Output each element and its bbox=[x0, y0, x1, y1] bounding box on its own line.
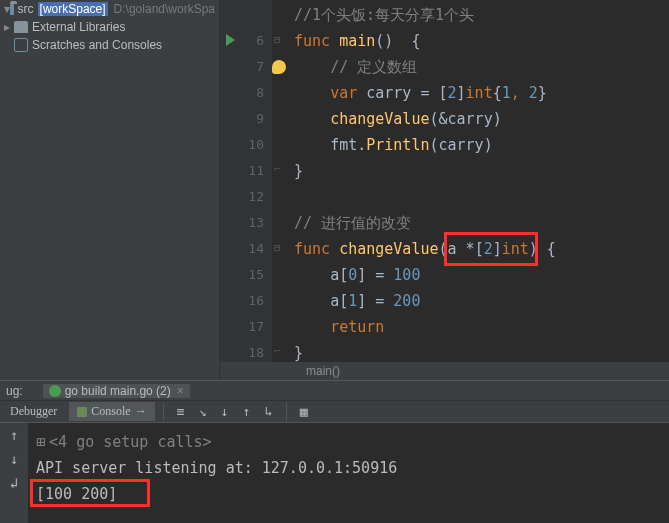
library-icon bbox=[14, 21, 28, 33]
line-number: 15 bbox=[220, 262, 272, 288]
project-tool-window[interactable]: ▾ src [workSpace] D:\goland\workSpa ▸ Ex… bbox=[0, 0, 220, 380]
step-into-icon[interactable]: ↘ bbox=[194, 403, 212, 421]
line-number: 8 bbox=[220, 80, 272, 106]
separator bbox=[163, 403, 164, 421]
editor[interactable]: 6 7 8 9 10 11 12 13 14 15 16 17 18 ⊟ ⌐ ⊟… bbox=[220, 0, 669, 380]
line-number: 7 bbox=[220, 54, 272, 80]
code-line: } bbox=[294, 158, 669, 184]
debug-subtabs: Debugger Console → ≡ ↘ ↓ ↑ ↳ ▦ bbox=[0, 401, 669, 423]
code-area[interactable]: //1个头饭:每天分享1个头 func main() { // 定义数组 var… bbox=[294, 0, 669, 380]
step-force-into-icon[interactable]: ↓ bbox=[216, 403, 234, 421]
console-body: ↑ ↓ ↲ ⊞<4 go setup calls> API server lis… bbox=[0, 423, 669, 523]
editor-margin: ⊟ ⌐ ⊟ ⌐ bbox=[272, 0, 294, 380]
tab-console[interactable]: Console → bbox=[69, 402, 154, 421]
console-icon bbox=[77, 407, 87, 417]
code-line: a[1] = 200 bbox=[294, 288, 669, 314]
run-config-tab[interactable]: go build main.go (2) × bbox=[43, 384, 190, 398]
line-number-gutter[interactable]: 6 7 8 9 10 11 12 13 14 15 16 17 18 bbox=[220, 0, 272, 380]
up-arrow-icon[interactable]: ↑ bbox=[10, 427, 18, 443]
run-to-cursor-icon[interactable]: ↳ bbox=[260, 403, 278, 421]
code-line: changeValue(&carry) bbox=[294, 106, 669, 132]
tab-console-label: Console bbox=[91, 404, 130, 419]
line-number: 6 bbox=[220, 28, 272, 54]
separator bbox=[286, 403, 287, 421]
console-line: API server listening at: 127.0.0.1:50916 bbox=[36, 455, 661, 481]
console-toolbar: ↑ ↓ ↲ bbox=[0, 423, 28, 523]
line-number: 13 bbox=[220, 210, 272, 236]
step-out-icon[interactable]: ↑ bbox=[238, 403, 256, 421]
line-number: 10 bbox=[220, 132, 272, 158]
project-root-badge: [workSpace] bbox=[38, 2, 108, 16]
code-line: fmt.Println(carry) bbox=[294, 132, 669, 158]
close-icon[interactable]: × bbox=[177, 384, 184, 398]
down-arrow-icon[interactable]: ↓ bbox=[10, 451, 18, 467]
code-line: // 进行值的改变 bbox=[294, 210, 669, 236]
code-line: //1个头饭:每天分享1个头 bbox=[294, 2, 669, 28]
line-number: 17 bbox=[220, 314, 272, 340]
code-line: var carry = [2]int{1, 2} bbox=[294, 80, 669, 106]
line-number: 16 bbox=[220, 288, 272, 314]
debug-tabs-row: ug: go build main.go (2) × bbox=[0, 381, 669, 401]
line-number: 9 bbox=[220, 106, 272, 132]
scratches-node[interactable]: Scratches and Consoles bbox=[0, 36, 219, 54]
run-config-name: go build main.go (2) bbox=[65, 384, 171, 398]
line-number: 14 bbox=[220, 236, 272, 262]
console-output[interactable]: ⊞<4 go setup calls> API server listening… bbox=[28, 423, 669, 523]
code-line: func main() { bbox=[294, 28, 669, 54]
evaluate-expression-icon[interactable]: ▦ bbox=[295, 403, 313, 421]
external-libraries-label: External Libraries bbox=[32, 20, 125, 34]
step-over-icon[interactable]: ≡ bbox=[172, 403, 190, 421]
scratches-label: Scratches and Consoles bbox=[32, 38, 162, 52]
line-number: 11 bbox=[220, 158, 272, 184]
breadcrumb[interactable]: main() bbox=[220, 362, 669, 380]
external-libraries[interactable]: ▸ External Libraries bbox=[0, 18, 219, 36]
code-line: func changeValue(a *[2]int) { bbox=[294, 236, 669, 262]
code-line bbox=[294, 184, 669, 210]
fold-minus-icon[interactable]: ⊟ bbox=[274, 33, 281, 46]
fold-end-icon[interactable]: ⌐ bbox=[274, 163, 281, 176]
line-number bbox=[220, 2, 272, 28]
line-number: 12 bbox=[220, 184, 272, 210]
fold-minus-icon[interactable]: ⊟ bbox=[274, 241, 281, 254]
folder-icon bbox=[10, 3, 14, 15]
code-line: // 定义数组 bbox=[294, 54, 669, 80]
arrow-right-icon: → bbox=[135, 404, 147, 419]
debug-label-partial: ug: bbox=[0, 384, 29, 398]
chevron-right-icon: ▸ bbox=[4, 20, 14, 34]
project-root[interactable]: ▾ src [workSpace] D:\goland\workSpa bbox=[0, 0, 219, 18]
fold-end-icon[interactable]: ⌐ bbox=[274, 345, 281, 358]
scratches-icon bbox=[14, 38, 28, 52]
run-line-marker-icon[interactable] bbox=[226, 34, 235, 46]
expand-icon[interactable]: ⊞ bbox=[36, 433, 45, 451]
soft-wrap-icon[interactable]: ↲ bbox=[10, 475, 18, 491]
console-line: [100 200] bbox=[36, 481, 661, 507]
project-root-path: D:\goland\workSpa bbox=[114, 2, 215, 16]
code-line: a[0] = 100 bbox=[294, 262, 669, 288]
debug-tool-window[interactable]: ug: go build main.go (2) × Debugger Cons… bbox=[0, 380, 669, 523]
console-line: ⊞<4 go setup calls> bbox=[36, 429, 661, 455]
bug-icon bbox=[49, 385, 61, 397]
tab-debugger[interactable]: Debugger bbox=[2, 402, 65, 421]
project-root-name: src bbox=[18, 2, 34, 16]
intention-bulb-icon[interactable] bbox=[272, 60, 286, 74]
code-line: return bbox=[294, 314, 669, 340]
